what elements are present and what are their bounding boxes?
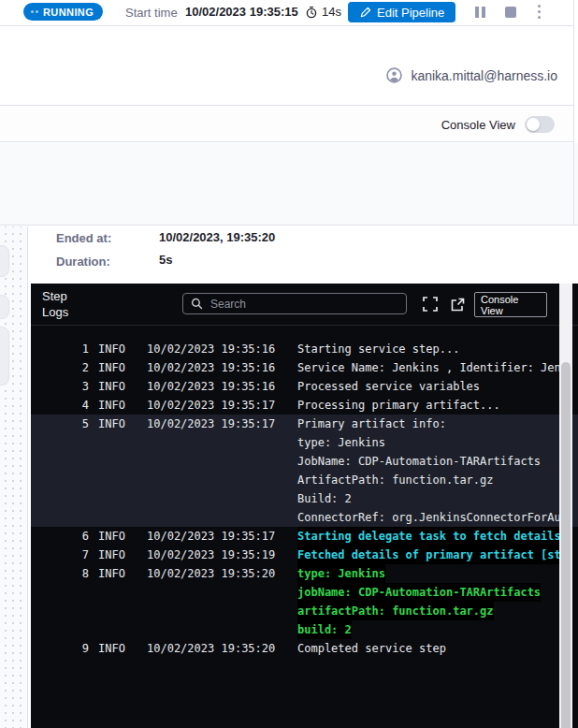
log-message: Primary artifact info:	[297, 415, 446, 433]
log-line-number: 7	[31, 546, 89, 564]
duration-value: 5s	[159, 253, 172, 267]
log-level	[98, 489, 137, 508]
step-logs-title: Step Logs	[42, 288, 68, 320]
log-message: type: Jenkins	[297, 564, 385, 583]
step-logs-title-line2: Logs	[42, 304, 68, 320]
pipeline-canvas-top	[0, 143, 578, 226]
log-line: 6INFO10/02/2023 19:35:17Starting delegat…	[31, 527, 578, 546]
log-message: Processing primary artifact...	[297, 396, 500, 415]
log-timestamp	[147, 471, 297, 489]
log-level: INFO	[98, 546, 137, 564]
pipeline-graph-strip	[0, 226, 28, 728]
log-entry: 1INFO10/02/2023 19:35:16Starting service…	[31, 340, 578, 358]
log-timestamp	[147, 620, 297, 639]
running-dots-icon	[31, 10, 38, 13]
console-view-button[interactable]: Console View	[474, 292, 547, 317]
pipeline-node[interactable]	[0, 245, 9, 277]
log-line-number: 5	[31, 415, 89, 433]
view-toggle-section: Console View	[0, 106, 574, 142]
stop-button[interactable]	[505, 7, 516, 18]
elapsed-time: 14s	[305, 5, 341, 19]
log-line: Build: 2	[31, 489, 578, 508]
log-timestamp: 10/02/2023 19:35:17	[147, 415, 297, 433]
log-timestamp: 10/02/2023 19:35:20	[147, 639, 297, 658]
log-line: 9INFO10/02/2023 19:35:20Completed servic…	[31, 639, 578, 658]
status-badge: RUNNING	[23, 3, 103, 21]
log-line-number	[31, 508, 89, 527]
elapsed-time-value: 14s	[322, 5, 341, 19]
log-timestamp: 10/02/2023 19:35:19	[147, 546, 297, 564]
log-level: INFO	[98, 358, 137, 377]
log-line: jobName: CDP-Automation-TARArtifacts	[31, 583, 578, 602]
log-message: ConnectorRef: org.JenkinsConnectorForAu	[297, 508, 561, 527]
log-line-number: 8	[31, 564, 89, 583]
clock-icon	[305, 6, 318, 19]
console-scrollbar	[559, 284, 572, 728]
log-level: INFO	[98, 564, 137, 583]
external-link-icon	[450, 297, 466, 313]
log-line-number: 6	[31, 527, 89, 546]
log-message: type: Jenkins	[297, 433, 385, 452]
log-line-number: 9	[31, 639, 89, 658]
duration-label: Duration:	[56, 255, 110, 269]
log-level	[98, 452, 137, 471]
log-search-box	[182, 293, 407, 314]
fullscreen-icon	[422, 296, 439, 313]
log-search-input[interactable]	[209, 297, 398, 312]
pause-button[interactable]	[475, 7, 485, 18]
pipeline-node[interactable]	[0, 295, 9, 319]
toggle-knob	[527, 118, 540, 131]
log-message: Processed service variables	[297, 377, 480, 396]
log-list: 1INFO10/02/2023 19:35:16Starting service…	[31, 327, 578, 658]
log-line: build: 2	[31, 620, 578, 639]
user-avatar-icon	[386, 67, 402, 83]
user-email: kanika.mittal@harness.io	[411, 68, 557, 83]
console-view-toggle-label: Console View	[441, 118, 515, 132]
log-timestamp	[147, 602, 297, 620]
log-line: 3INFO10/02/2023 19:35:16Processed servic…	[31, 377, 578, 396]
log-message: Starting service step...	[297, 340, 459, 358]
console-view-toggle[interactable]	[525, 116, 555, 133]
open-in-new-button[interactable]	[448, 295, 467, 313]
log-entry: 7INFO10/02/2023 19:35:19Fetched details …	[31, 546, 578, 564]
log-line: JobName: CDP-Automation-TARArtifacts	[31, 452, 578, 471]
scrollbar-thumb[interactable]	[561, 362, 571, 728]
log-message: Starting delegate task to fetch details	[297, 527, 561, 546]
pipeline-node[interactable]	[0, 327, 9, 386]
start-time-value: 10/02/2023 19:35:15	[185, 5, 298, 19]
step-logs-title-line1: Step	[42, 288, 68, 304]
log-line: 1INFO10/02/2023 19:35:16Starting service…	[31, 340, 578, 358]
user-menu[interactable]: kanika.mittal@harness.io	[386, 67, 557, 83]
log-message: build: 2	[297, 620, 352, 639]
log-level	[98, 602, 137, 620]
log-line-number	[31, 583, 89, 602]
start-time-label: Start time	[125, 6, 178, 20]
log-timestamp	[147, 433, 297, 452]
log-line-number	[31, 489, 89, 508]
fullscreen-button[interactable]	[421, 295, 440, 313]
log-entry: 2INFO10/02/2023 19:35:16Service Name: Je…	[31, 358, 578, 377]
log-level	[98, 620, 137, 639]
panel-right-border	[573, 0, 574, 226]
log-entry: 9INFO10/02/2023 19:35:20Completed servic…	[31, 639, 578, 658]
log-line: ConnectorRef: org.JenkinsConnectorForAu	[31, 508, 578, 527]
log-timestamp: 10/02/2023 19:35:20	[147, 564, 297, 583]
execution-topbar: RUNNING Start time 10/02/2023 19:35:15 1…	[0, 0, 574, 26]
log-line-number	[31, 602, 89, 620]
console-header: Step Logs	[31, 284, 578, 326]
log-timestamp	[147, 583, 297, 602]
log-line-number: 2	[31, 358, 89, 377]
more-options-button[interactable]	[538, 5, 541, 19]
log-entry: 6INFO10/02/2023 19:35:17Starting delegat…	[31, 527, 578, 546]
log-message: Build: 2	[297, 489, 352, 508]
log-line-number	[31, 620, 89, 639]
log-line: 2INFO10/02/2023 19:35:16Service Name: Je…	[31, 358, 578, 377]
edit-pipeline-label: Edit Pipeline	[377, 6, 444, 20]
log-message: Completed service step	[297, 639, 446, 658]
log-level: INFO	[98, 377, 137, 396]
log-message: artifactPath: function.tar.gz	[297, 602, 494, 620]
log-timestamp: 10/02/2023 19:35:17	[147, 527, 297, 546]
status-badge-label: RUNNING	[43, 7, 94, 18]
edit-pipeline-button[interactable]: Edit Pipeline	[348, 2, 455, 22]
log-line-number	[31, 471, 89, 489]
